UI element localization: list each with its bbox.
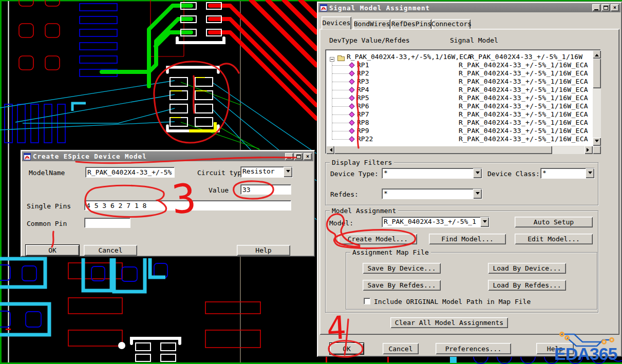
cancel-button[interactable]: Cancel <box>383 343 419 354</box>
ok-button[interactable]: OK <box>330 343 364 354</box>
assignment-map-file-group: Assignment Map File Save By Device... Lo… <box>346 252 597 310</box>
device-tree-list[interactable]: R_PAK_0402X4-33,+/-5%,1/16W,ECA R_PAK_04… <box>325 49 601 154</box>
table-row[interactable]: RP3R_PAK_0402X4-33_+/-5%_1/16W_ECA <box>326 78 593 86</box>
table-row[interactable]: RP7R_PAK_0402X4-33_+/-5%_1/16W_ECA <box>326 110 593 119</box>
device-type-label: Device Type: <box>330 170 379 178</box>
model-name-input[interactable] <box>85 167 175 178</box>
model-cell: R_PAK_0402X4-33_+/-5%_1/16W_ECA <box>459 94 588 102</box>
load-by-refdes-button[interactable]: Load By Refdes... <box>488 280 566 291</box>
refdes-cell: RP6 <box>357 102 369 110</box>
ok-button[interactable]: OK <box>26 245 79 256</box>
tab-connectors[interactable]: Connectors <box>432 19 470 29</box>
device-type-combo[interactable]: * <box>382 168 482 179</box>
display-filters-title: Display Filters <box>330 159 394 166</box>
sma-dialog-titlebar[interactable]: Signal Model Assignment × <box>318 3 620 12</box>
help-button[interactable]: Help <box>237 245 290 256</box>
refdes-cell: RP1 <box>357 61 369 69</box>
value-label: Value <box>209 186 229 194</box>
component-icon <box>349 70 354 76</box>
table-row[interactable]: RP1R_PAK_0402X4-33_+/-5%_1/16W_ECA <box>326 61 593 69</box>
device-class-combo[interactable]: * <box>540 168 595 179</box>
table-row[interactable]: RP6R_PAK_0402X4-33_+/-5%_1/16W_ECA <box>326 102 593 110</box>
close-icon[interactable]: × <box>304 153 312 160</box>
device-class-label: Device Class: <box>487 170 540 178</box>
root-devtype-cell: R_PAK_0402X4-33,+/-5%,1/16W,ECA <box>347 53 472 61</box>
common-pin-input[interactable] <box>84 218 130 228</box>
model-cell: R_PAK_0402X4-33_+/-5%_1/16W_ECA <box>459 78 588 85</box>
column-header-signal-model: Signal Model <box>450 36 498 44</box>
table-row[interactable]: RP2R_PAK_0402X4-33_+/-5%_1/16W_ECA <box>326 69 593 78</box>
tab-refdespins[interactable]: RefDesPins <box>391 19 431 29</box>
minimize-icon[interactable] <box>285 153 293 160</box>
clear-all-model-assignments-button[interactable]: Clear All Model Assignments <box>390 317 508 328</box>
tab-devices[interactable]: Devices <box>322 16 351 29</box>
scroll-up-icon[interactable] <box>593 50 601 59</box>
chevron-down-icon[interactable] <box>473 168 482 178</box>
find-model-button[interactable]: Find Model... <box>429 234 506 244</box>
model-combo[interactable]: R_PAK_0402X4-33_+/-5%_1 <box>382 217 489 227</box>
circuit-type-value: Resistor <box>241 167 284 177</box>
circuit-type-combo[interactable]: Resistor <box>240 166 293 178</box>
model-cell: R_PAK_0402X4-33_+/-5%_1/16W_ECA <box>459 69 588 77</box>
model-label: Model: <box>329 219 353 227</box>
single-pins-input[interactable] <box>84 200 291 210</box>
refdes-cell: RP4 <box>357 86 369 93</box>
device-type-value: * <box>382 168 473 178</box>
table-row[interactable]: RP4R_PAK_0402X4-33_+/-5%_1/16W_ECA <box>326 86 593 94</box>
cancel-button[interactable]: Cancel <box>84 245 137 256</box>
refdes-value: * <box>382 189 473 199</box>
edit-model-button[interactable]: Edit Model... <box>515 234 593 244</box>
table-row[interactable]: RP5R_PAK_0402X4-33_+/-5%_1/16W_ECA <box>326 94 593 102</box>
model-value: R_PAK_0402X4-33_+/-5%_1 <box>382 217 480 227</box>
minimize-icon[interactable] <box>592 4 600 11</box>
chevron-down-icon[interactable] <box>284 167 292 177</box>
component-icon <box>349 111 354 117</box>
load-by-device-button[interactable]: Load By Device... <box>488 263 566 274</box>
table-row[interactable]: RP8R_PAK_0402X4-33_+/-5%_1/16W_ECA <box>326 119 593 127</box>
folder-icon <box>337 56 345 61</box>
help-button[interactable]: Help <box>536 343 574 354</box>
preferences-button[interactable]: Preferences... <box>436 343 511 354</box>
create-dialog-titlebar[interactable]: Create ESpice Device Model × <box>22 151 313 161</box>
scrollbar-corner <box>593 146 601 154</box>
model-cell: R_PAK_0402X4-33_+/-5%_1/16W_ECA <box>459 110 588 118</box>
chevron-down-icon[interactable] <box>480 217 489 227</box>
refdes-cell: RP5 <box>357 94 369 102</box>
common-pin-label: Common Pin <box>27 220 67 227</box>
vertical-scroll-thumb[interactable] <box>593 59 601 88</box>
create-model-button[interactable]: Create Model... <box>338 234 417 244</box>
model-cell: R_PAK_0402X4-33_+/-5%_1/16W_ECA <box>459 135 588 143</box>
maximize-icon[interactable] <box>294 153 303 160</box>
create-dialog-title: Create ESpice Device Model <box>33 152 147 160</box>
refdes-combo[interactable]: * <box>382 188 482 199</box>
device-class-value: * <box>541 168 586 178</box>
sma-dialog-title: Signal Model Assignment <box>329 4 430 12</box>
tree-root-row[interactable]: R_PAK_0402X4-33,+/-5%,1/16W,ECA R_PAK_04… <box>326 53 593 61</box>
model-assignment-group: Model Assignment Model: R_PAK_0402X4-33_… <box>325 210 598 313</box>
table-row[interactable]: RP9R_PAK_0402X4-33_+/-5%_1/16W_ECA <box>326 127 593 135</box>
component-icon <box>349 87 354 92</box>
scroll-left-icon[interactable] <box>326 146 334 154</box>
horizontal-scrollbar[interactable] <box>326 146 593 154</box>
auto-setup-button[interactable]: Auto Setup <box>515 217 593 227</box>
scroll-right-icon[interactable] <box>585 146 593 154</box>
value-input[interactable] <box>240 184 291 195</box>
refdes-cell: RP2 <box>357 69 369 77</box>
display-filters-group: Display Filters Device Type: * Device Cl… <box>325 162 598 205</box>
save-by-refdes-button[interactable]: Save By Refdes... <box>363 280 441 291</box>
maximize-icon[interactable] <box>601 4 610 11</box>
component-icon <box>349 79 354 84</box>
component-icon <box>349 95 354 101</box>
tab-bondwires[interactable]: BondWires <box>353 19 390 29</box>
close-icon[interactable]: × <box>611 4 619 11</box>
chevron-down-icon[interactable] <box>473 189 482 199</box>
scroll-down-icon[interactable] <box>593 138 601 146</box>
include-original-path-checkbox[interactable] <box>364 298 370 304</box>
table-row[interactable]: RP22R_PAK_0402X4-33_+/-5%_1/16W_ECA <box>326 135 593 143</box>
model-cell: R_PAK_0402X4-33_+/-5%_1/16W_ECA <box>459 127 588 135</box>
signal-model-assignment-dialog: Signal Model Assignment × Devices BondWi… <box>317 2 622 357</box>
chevron-down-icon[interactable] <box>586 168 594 178</box>
save-by-device-button[interactable]: Save By Device... <box>363 263 441 274</box>
vertical-scrollbar[interactable] <box>593 50 601 146</box>
horizontal-scroll-thumb[interactable] <box>334 146 552 154</box>
